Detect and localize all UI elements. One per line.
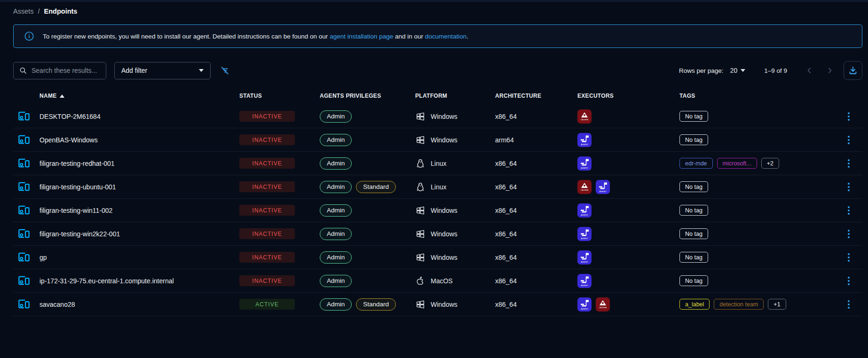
header-platform[interactable]: PLATFORM [415,93,495,99]
add-filter-select[interactable]: Add filter [114,62,211,79]
executors: CALDERA AGENT [577,180,679,194]
agents-privileges: Admin [320,157,415,170]
tags: No tag [679,134,835,145]
row-actions-menu-button[interactable] [845,180,852,194]
endpoint-row[interactable]: savacano28ACTIVEAdminStandard Windowsx86… [13,293,862,316]
endpoint-row[interactable]: filigran-testing-win2k22-001INACTIVEAdmi… [13,222,862,246]
platform-label: Windows [431,254,458,261]
tag-chip: No tag [679,252,708,263]
privilege-chip: Admin [320,134,352,146]
executors: CALDERA [577,109,679,124]
row-actions-menu-button[interactable] [845,203,852,218]
executors: AGENT [577,203,679,218]
status-badge: INACTIVE [239,111,295,122]
endpoint-row[interactable]: filigran-testing-ubuntu-001INACTIVEAdmin… [13,175,862,199]
platform-label: Linux [431,160,446,167]
agents-privileges: AdminStandard [320,298,415,311]
rows-per-page-select[interactable]: 20 [730,67,746,74]
search-box[interactable] [13,62,106,79]
architecture: x86_64 [495,301,577,308]
platform: Windows [415,205,495,216]
endpoint-row[interactable]: OpenBAS-WindowsINACTIVEAdmin Windowsarm6… [13,128,862,152]
top-app-bar-edge [0,0,868,2]
endpoint-devices-icon [17,204,39,217]
endpoint-name: filigran-testing-win2k22-001 [39,230,239,238]
platform: Windows [415,299,495,310]
documentation-link[interactable]: documentation [425,33,467,40]
header-agents-privileges[interactable]: AGENTS PRIVILEGES [320,93,415,99]
search-input[interactable] [32,67,101,74]
header-name[interactable]: NAME [39,93,239,99]
header-architecture[interactable]: ARCHITECTURE [495,93,577,99]
export-download-button[interactable] [844,61,862,80]
platform-label: Windows [431,136,458,144]
status-badge: INACTIVE [239,134,295,145]
platform: Windows [415,111,495,122]
endpoint-devices-icon [17,275,39,287]
previous-page-button[interactable] [802,63,816,78]
row-actions-menu-button[interactable] [845,297,852,311]
breadcrumb: Assets / Endpoints [13,8,77,15]
endpoint-row[interactable]: gpINACTIVEAdmin Windowsx86_64 AGENT No t… [13,246,862,269]
clear-filters-button[interactable] [218,63,232,78]
tag-chip: +2 [761,158,779,169]
tag-chip: detection team [714,299,764,310]
privilege-chip: Admin [320,275,352,287]
windows-icon [415,229,426,239]
banner-text-after: . [466,33,468,40]
status-badge: INACTIVE [239,228,295,239]
sort-ascending-icon [60,94,64,98]
platform: Windows [415,252,495,263]
privilege-chip: Admin [320,110,352,123]
openbas-agent-executor-icon: AGENT [577,203,592,218]
tags: No tag [679,275,835,286]
header-status[interactable]: STATUS [239,93,320,99]
caldera-executor-icon: CALDERA [577,109,592,124]
platform-label: Linux [431,183,446,191]
platform: Windows [415,135,495,145]
tags: No tag [679,228,835,239]
openbas-agent-executor-icon: AGENT [577,133,592,147]
header-tags[interactable]: TAGS [679,93,835,99]
openbas-agent-executor-icon: AGENT [577,250,592,265]
openbas-agent-executor-icon: AGENT [596,180,610,194]
executors: AGENT CALDERA [577,297,679,311]
endpoint-row[interactable]: ip-172-31-29-75.eu-central-1.compute.int… [13,269,862,293]
agent-installation-page-link[interactable]: agent installation page [330,33,393,40]
tag-chip: No tag [679,228,708,239]
endpoint-row[interactable]: filigran-testing-win11-002INACTIVEAdmin … [13,199,862,222]
breadcrumb-assets-link[interactable]: Assets [13,8,34,15]
endpoint-name: DESKTOP-2M61684 [39,113,239,120]
executors: AGENT [577,250,679,265]
endpoint-row[interactable]: filigran-testing-redhat-001INACTIVEAdmin… [13,152,862,175]
header-executors[interactable]: EXECUTORS [577,93,679,99]
agents-privileges: Admin [320,134,415,146]
linux-icon [415,158,426,169]
svg-text:AGENT: AGENT [581,308,588,310]
row-actions-menu-button[interactable] [845,156,852,171]
next-page-button[interactable] [823,63,837,78]
endpoint-devices-icon [17,134,39,146]
agents-privileges: AdminStandard [320,181,415,193]
tag-chip: No tag [679,205,708,216]
platform-label: Windows [431,113,458,120]
executors: AGENT [577,274,679,288]
row-actions-menu-button[interactable] [845,250,852,265]
svg-text:CALDERA: CALDERA [581,189,589,191]
architecture: x86_64 [495,207,577,214]
endpoint-row[interactable]: DESKTOP-2M61684INACTIVEAdmin Windowsx86_… [13,105,862,128]
privilege-chip: Admin [320,251,352,264]
svg-text:AGENT: AGENT [581,143,588,146]
platform-label: MacOS [431,277,453,285]
row-actions-menu-button[interactable] [845,274,852,288]
tags: edr-mdemicrosoft...+2 [679,158,835,169]
platform: Windows [415,229,495,239]
endpoint-name: filigran-testing-redhat-001 [39,160,239,167]
row-actions-menu-button[interactable] [845,109,852,124]
platform-label: Windows [431,301,458,308]
row-actions-menu-button[interactable] [845,227,852,241]
windows-icon [415,135,426,145]
privilege-chip: Admin [320,157,352,170]
row-actions-menu-button[interactable] [845,133,852,147]
tag-chip: No tag [679,181,708,192]
